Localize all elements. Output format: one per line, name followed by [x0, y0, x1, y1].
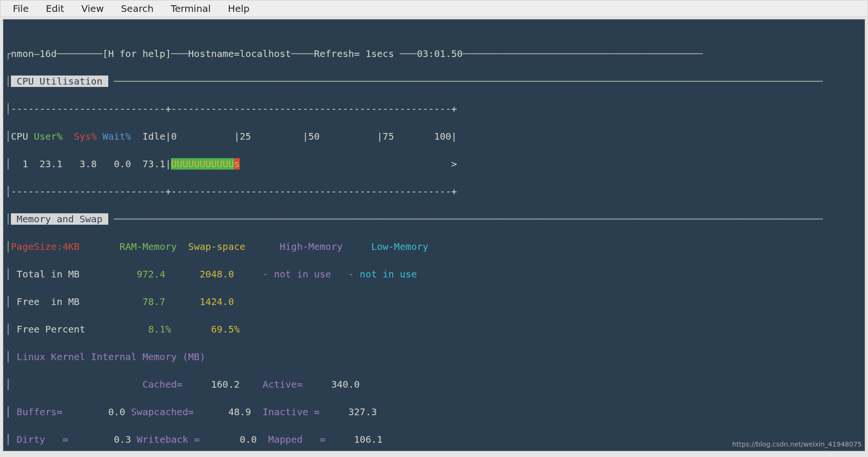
cpu-bar-sys: s	[234, 158, 240, 170]
cpu-bar-user: UUUUUUUUUUU	[171, 158, 234, 170]
cpu-row-1: │ 1 23.1 3.8 0.0 73.1|UUUUUUUUUUUs >	[5, 157, 863, 171]
cpu-section-header: │ CPU Utilisation ──────────────────────…	[5, 75, 863, 88]
mem-section-header: │ Memory and Swap ──────────────────────…	[5, 212, 863, 226]
mem-k1: │ Cached= 160.2 Active= 340.0	[5, 378, 863, 391]
mem-col-hdr: │PageSize:4KB RAM-Memory Swap-space High…	[5, 240, 863, 254]
menu-file[interactable]: File	[4, 3, 37, 14]
mem-free: │ Free in MB 78.7 1424.0	[5, 295, 863, 309]
menu-search[interactable]: Search	[113, 3, 162, 14]
cpu-ruler-top: │---------------------------+-----------…	[5, 102, 863, 116]
cpu-scale-header: │CPU User% Sys% Wait% Idle|0 |25 |50 |75…	[5, 130, 863, 143]
menu-view[interactable]: View	[73, 3, 112, 14]
cpu-ruler-bottom: │---------------------------+-----------…	[5, 185, 863, 199]
terminal-area[interactable]: ┌nmon—16d────────[H for help]───Hostname…	[3, 19, 865, 451]
watermark-text: https://blog.csdn.net/weixin_41948075	[732, 439, 862, 449]
terminal-output: ┌nmon—16d────────[H for help]───Hostname…	[3, 33, 865, 451]
banner-line: ┌nmon—16d────────[H for help]───Hostname…	[5, 47, 863, 61]
menu-help[interactable]: Help	[219, 3, 258, 14]
mem-kernel-hdr: │ Linux Kernel Internal Memory (MB)	[5, 350, 863, 364]
mem-total: │ Total in MB 972.4 2048.0 - not in use …	[5, 267, 863, 281]
mem-k2: │ Buffers= 0.0 Swapcached= 48.9 Inactive…	[5, 405, 863, 419]
menubar: File Edit View Search Terminal Help	[0, 0, 868, 17]
menu-terminal[interactable]: Terminal	[162, 3, 219, 14]
mem-pct: │ Free Percent 8.1% 69.5%	[5, 323, 863, 336]
menu-edit[interactable]: Edit	[37, 3, 73, 14]
